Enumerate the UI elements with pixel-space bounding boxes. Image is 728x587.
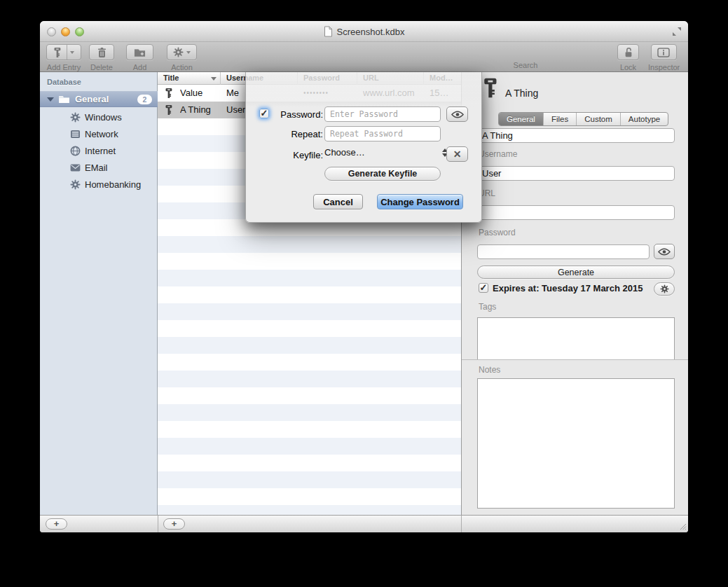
info-icon (657, 48, 670, 57)
sidebar-item-homebanking[interactable]: Homebanking (40, 176, 158, 193)
sidebar-item-network[interactable]: Network (40, 125, 158, 142)
add-entry-label: Add Entry (46, 63, 81, 71)
expires-checkbox[interactable]: ✓ (479, 283, 488, 293)
expiry-options-button[interactable] (654, 282, 675, 296)
inspector-panel: A Thing General Files Custom Autotype Us… (461, 72, 688, 515)
repeat-password-input[interactable] (324, 126, 441, 141)
server-icon (69, 128, 81, 139)
delete-label: Delete (89, 63, 114, 71)
tab-general[interactable]: General (499, 113, 543, 125)
username-field[interactable] (477, 166, 675, 181)
chevron-down-icon (70, 51, 74, 54)
entry-title: A Thing (505, 88, 538, 99)
checkmark: ✓ (480, 284, 488, 292)
reveal-password-button[interactable] (654, 244, 675, 259)
action-button[interactable] (167, 44, 197, 60)
search-label: Search (441, 61, 610, 69)
lock-button[interactable] (617, 44, 639, 60)
key-icon (165, 88, 172, 99)
key-icon (482, 77, 497, 99)
lock-open-icon (624, 47, 633, 58)
expires-label: Expires at: Tuesday 17 March 2015 (493, 283, 643, 294)
delete-button[interactable] (89, 44, 114, 60)
password-enable-checkbox[interactable]: ✓ (259, 109, 269, 118)
sidebar-item-label: EMail (85, 163, 108, 173)
sidebar-item-email[interactable]: EMail (40, 159, 158, 176)
tab-custom[interactable]: Custom (576, 113, 620, 125)
window-title: Screenshot.kdbx (337, 27, 405, 37)
envelope-icon (69, 162, 81, 173)
keyfile-label: Keyfile: (271, 150, 323, 160)
generate-password-button[interactable]: Generate (477, 265, 675, 279)
cell-title: Value (180, 85, 219, 102)
cancel-button[interactable]: Cancel (313, 194, 363, 209)
document-icon (324, 26, 333, 37)
password-field[interactable] (477, 244, 650, 259)
password-input[interactable] (324, 106, 441, 122)
trash-icon (97, 47, 107, 58)
title-bar: Screenshot.kdbx (40, 21, 688, 42)
password-label: Password (479, 228, 516, 237)
keyfile-popup-value: Choose… (324, 147, 365, 158)
add-group-button[interactable] (126, 44, 153, 60)
section-divider (462, 359, 688, 360)
column-header-title[interactable]: Title (158, 72, 221, 85)
action-label: Action (167, 63, 197, 71)
disclosure-triangle-icon[interactable] (47, 97, 54, 102)
entry-count-badge: 2 (137, 95, 152, 104)
key-icon (165, 104, 172, 116)
sidebar: Database General 2 Windows Network Inter… (40, 72, 158, 515)
username-label: Username (479, 149, 517, 159)
notes-label: Notes (479, 365, 500, 375)
sidebar-group-label: General (75, 94, 109, 104)
inspector-label: Inspector (648, 63, 679, 71)
resize-grip[interactable] (679, 523, 687, 530)
cell-title: A Thing (180, 102, 219, 118)
url-field[interactable] (477, 205, 675, 220)
gear-icon (69, 179, 81, 190)
sidebar-item-label: Windows (85, 112, 122, 123)
tags-label: Tags (479, 302, 496, 312)
chevron-down-icon (186, 51, 191, 54)
sidebar-item-label: Homebanking (85, 179, 141, 190)
change-password-dialog: ✓ Password: Repeat: Keyfile: Choose… ✕ G… (245, 72, 482, 223)
password-label: Password: (271, 109, 323, 120)
toolbar: Add Entry Delete Add Group Action (40, 42, 688, 72)
generate-keyfile-button[interactable]: Generate Keyfile (324, 167, 441, 181)
add-entry-plus-button[interactable]: + (163, 518, 185, 530)
tags-input[interactable] (477, 317, 675, 359)
repeat-label: Repeat: (271, 129, 323, 139)
tab-autotype[interactable]: Autotype (620, 113, 668, 125)
sort-descending-icon (211, 77, 217, 81)
sidebar-group-general[interactable]: General 2 (40, 91, 158, 107)
fullscreen-icon[interactable] (672, 27, 682, 36)
add-group-plus-button[interactable]: + (46, 518, 67, 530)
bottom-bar: + + (40, 515, 688, 532)
globe-icon (69, 145, 81, 156)
sidebar-section-header: Database (47, 78, 81, 86)
tab-files[interactable]: Files (543, 113, 576, 125)
sidebar-item-label: Network (85, 129, 118, 139)
gear-icon (660, 284, 669, 294)
sidebar-item-windows[interactable]: Windows (40, 109, 158, 125)
sidebar-item-label: Internet (85, 146, 116, 156)
reveal-password-button[interactable] (446, 106, 468, 122)
change-password-button[interactable]: Change Password (377, 194, 463, 209)
gear-icon (173, 47, 184, 57)
folder-plus-icon (134, 48, 146, 57)
key-icon (53, 47, 61, 58)
app-window: Screenshot.kdbx Add Entry Delete Add Gro… (40, 21, 688, 532)
keyfile-popup[interactable]: Choose… (324, 147, 448, 161)
inspector-button[interactable] (651, 44, 677, 60)
clear-keyfile-button[interactable]: ✕ (446, 146, 468, 162)
notes-input[interactable] (477, 378, 675, 509)
close-icon: ✕ (453, 149, 462, 160)
lock-label: Lock (617, 63, 639, 71)
sidebar-item-internet[interactable]: Internet (40, 142, 158, 159)
add-entry-button[interactable] (46, 44, 81, 60)
title-field[interactable] (477, 128, 675, 143)
checkmark: ✓ (261, 109, 268, 118)
eye-icon (451, 111, 464, 118)
folder-icon (58, 95, 70, 104)
gear-icon (69, 111, 81, 123)
